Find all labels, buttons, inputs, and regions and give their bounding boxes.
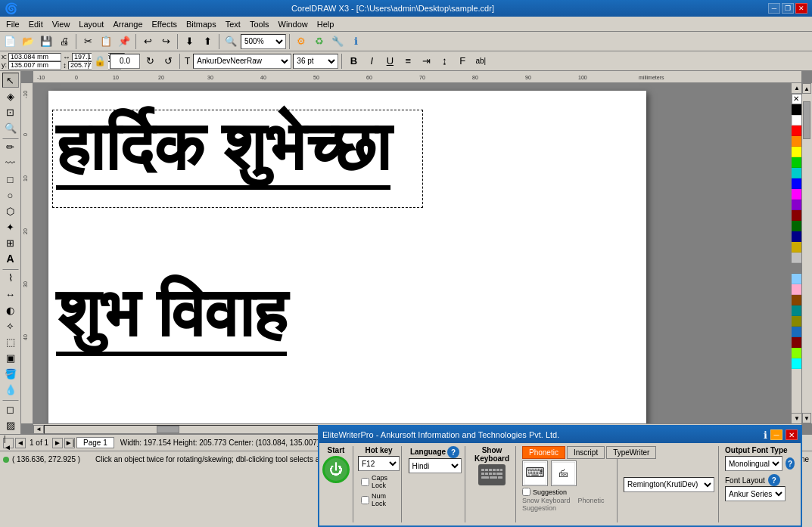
font-size-selector[interactable]: 36 pt xyxy=(293,54,338,69)
menu-bitmaps[interactable]: Bitmaps xyxy=(182,19,221,29)
scrollbar-vertical[interactable]: ▲ ▼ xyxy=(801,83,812,423)
rotate-cw[interactable]: ↻ xyxy=(142,53,158,70)
menu-file[interactable]: File xyxy=(2,19,24,29)
text-block-1[interactable]: हार्दिक शुभेच्छा xyxy=(56,113,390,190)
undo-button[interactable]: ↩ xyxy=(139,33,156,50)
tool-smart-draw[interactable]: 〰 xyxy=(2,156,19,171)
tool-extrude[interactable]: ▣ xyxy=(2,350,19,365)
tool-fill[interactable]: 🪣 xyxy=(2,366,19,381)
menu-tools[interactable]: Tools xyxy=(245,19,274,29)
spacing-btn[interactable]: ↨ xyxy=(436,53,453,70)
scroll-up-arrow[interactable]: ▲ xyxy=(802,83,811,94)
language-select[interactable]: Hindi English Marathi xyxy=(409,458,462,473)
menu-arrange[interactable]: Arrange xyxy=(108,19,147,29)
export-button[interactable]: ⬆ xyxy=(199,33,216,50)
hotkey-select[interactable]: F12 F11 F10 xyxy=(358,456,400,471)
page-last[interactable]: ►| xyxy=(64,438,75,448)
zoom-selector[interactable]: 500% xyxy=(241,34,286,49)
tool-eyedropper[interactable]: 💧 xyxy=(2,382,19,397)
swatch-green[interactable] xyxy=(792,157,801,168)
swatch-aqua[interactable] xyxy=(792,358,801,369)
scroll-thumb-h[interactable] xyxy=(157,426,179,433)
swatch-teal[interactable] xyxy=(792,305,801,316)
scroll-thumb-v[interactable] xyxy=(803,101,810,139)
tab-phonetic[interactable]: Phonetic xyxy=(522,446,565,459)
swatch-red[interactable] xyxy=(792,126,801,136)
page-next[interactable]: ► xyxy=(52,438,63,448)
swatch-navy[interactable] xyxy=(792,231,801,242)
swatch-yellow[interactable] xyxy=(792,147,801,157)
tool-table[interactable]: ⊞ xyxy=(2,235,19,250)
char-format-btn[interactable]: F xyxy=(454,53,471,70)
tool-zoom[interactable]: 🔍 xyxy=(2,120,19,135)
menu-window[interactable]: Window xyxy=(274,19,313,29)
scroll-left-arrow[interactable]: ◄ xyxy=(33,425,44,434)
swatch-lightblue[interactable] xyxy=(792,274,801,284)
save-button[interactable]: 💾 xyxy=(38,33,54,50)
bold-button[interactable]: B xyxy=(345,53,362,70)
tool-outline[interactable]: ◻ xyxy=(2,401,19,417)
open-button[interactable]: 📂 xyxy=(20,33,36,50)
tool-fill2[interactable]: ▨ xyxy=(2,417,19,432)
x-input[interactable] xyxy=(8,53,61,61)
align-btn[interactable]: ≡ xyxy=(400,53,416,70)
minimize-button[interactable]: ─ xyxy=(768,3,780,14)
typewriter-icon-btn[interactable]: 🖮 xyxy=(551,460,577,486)
num-lock-checkbox[interactable] xyxy=(361,496,369,504)
keyboard-icon-button[interactable] xyxy=(478,464,506,485)
text-wrap-btn[interactable]: ab| xyxy=(472,53,489,70)
swatch-darkgreen[interactable] xyxy=(792,221,801,231)
swatch-cyan[interactable] xyxy=(792,168,801,178)
menu-layout[interactable]: Layout xyxy=(74,19,108,29)
menu-text[interactable]: Text xyxy=(221,19,245,29)
menu-view[interactable]: View xyxy=(48,19,75,29)
swatch-pink[interactable] xyxy=(792,284,801,295)
options-btn3[interactable]: 🔧 xyxy=(329,33,346,50)
tool-shape[interactable]: ◈ xyxy=(2,88,19,104)
page-prev[interactable]: ◄ xyxy=(15,438,26,448)
swatch-gold[interactable] xyxy=(792,242,801,253)
rotate-ccw[interactable]: ↺ xyxy=(160,53,176,70)
tool-shadow[interactable]: ◐ xyxy=(2,302,19,318)
output-type-select[interactable]: Monolingual Unicode xyxy=(725,456,782,471)
swatch-purple[interactable] xyxy=(792,200,801,210)
underline-button[interactable]: U xyxy=(381,53,398,70)
paste-button[interactable]: 📌 xyxy=(116,33,132,50)
tab-inscript[interactable]: Inscript xyxy=(567,446,605,459)
menu-help[interactable]: Help xyxy=(313,19,339,29)
inscript-icon-btn[interactable]: ⌨ xyxy=(522,460,548,486)
swatch-darkblue2[interactable] xyxy=(792,327,801,337)
tool-star[interactable]: ✦ xyxy=(2,219,19,234)
text-block-2[interactable]: शुभ विवाह xyxy=(56,280,287,356)
swatch-lime[interactable] xyxy=(792,348,801,358)
swatch-maroon[interactable] xyxy=(792,337,801,348)
font-layout-select[interactable]: Ankur Series KrutiDev xyxy=(725,486,786,501)
font-selector[interactable]: AnkurDevNeerRaw xyxy=(193,54,291,69)
tool-envelope[interactable]: ⬚ xyxy=(2,334,19,349)
swatch-magenta[interactable] xyxy=(792,189,801,200)
tool-ellipse[interactable]: ○ xyxy=(2,188,19,203)
palette-scroll-down[interactable]: ▼ xyxy=(792,413,801,423)
import-button[interactable]: ⬇ xyxy=(181,33,198,50)
suggestion-checkbox[interactable] xyxy=(522,488,530,496)
options-btn1[interactable]: ⚙ xyxy=(293,33,310,50)
tool-select[interactable]: ↖ xyxy=(2,73,19,88)
swatch-olive[interactable] xyxy=(792,316,801,327)
remington-select[interactable]: Remington(KrutiDev) Remington(Gist) Type… xyxy=(624,477,714,492)
swatch-silver[interactable] xyxy=(792,253,801,263)
restore-button[interactable]: ❐ xyxy=(782,3,794,14)
options-btn2[interactable]: ♻ xyxy=(311,33,328,50)
angle-input[interactable] xyxy=(110,54,140,69)
caps-lock-checkbox[interactable] xyxy=(361,478,369,486)
info-button[interactable]: ℹ xyxy=(347,33,364,50)
swatch-white[interactable] xyxy=(792,115,801,126)
indent-btn[interactable]: ⇥ xyxy=(418,53,434,70)
page-first[interactable]: |◄ xyxy=(3,438,14,448)
tool-crop[interactable]: ⊡ xyxy=(2,104,19,119)
tool-polygon[interactable]: ⬡ xyxy=(2,203,19,219)
menu-effects[interactable]: Effects xyxy=(148,19,182,29)
tool-connector[interactable]: ⌇ xyxy=(2,271,19,286)
elite-minimize[interactable]: ─ xyxy=(770,429,782,440)
zoom-in-button[interactable]: 🔍 xyxy=(222,33,239,50)
elite-close[interactable]: ✕ xyxy=(786,429,798,440)
